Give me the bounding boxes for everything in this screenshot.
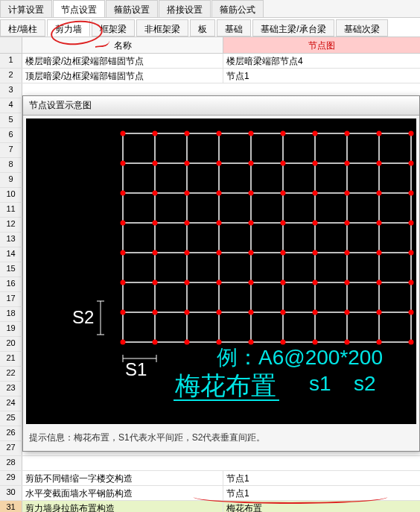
svg-point-51 xyxy=(217,221,222,226)
cell-name[interactable]: 剪力墙身拉筋布置构造 xyxy=(22,501,223,512)
svg-point-40 xyxy=(185,191,190,196)
row-num: 4 xyxy=(0,98,22,113)
grid-header: 名称 节点图 xyxy=(0,37,420,54)
cell-image[interactable]: 节点1 xyxy=(223,69,420,83)
col-header-image[interactable]: 节点图 xyxy=(223,37,420,53)
tab-foundation-secondary[interactable]: 基础次梁 xyxy=(336,19,388,37)
svg-point-64 xyxy=(313,250,318,256)
label-s1-lower: s1 xyxy=(309,372,331,395)
cell-image[interactable]: 节点1 xyxy=(223,486,420,500)
node-diagram-svg: S2 S1 例：A6@200*200 s1 s2 梅花布置 xyxy=(26,118,418,424)
tab-lap-settings[interactable]: 搭接设置 xyxy=(159,0,211,17)
svg-point-39 xyxy=(153,191,158,196)
row-num: 20 xyxy=(0,337,22,351)
diagram-canvas: S2 S1 例：A6@200*200 s1 s2 梅花布置 xyxy=(26,118,416,424)
cell-name[interactable]: 剪筋不同错缩一字楼交构造 xyxy=(22,471,223,485)
svg-point-47 xyxy=(409,191,414,196)
svg-point-46 xyxy=(377,191,382,196)
cell-image[interactable]: 节点1 xyxy=(223,471,420,485)
cell-name[interactable]: 顶层暗梁/边框梁端部锚固节点 xyxy=(22,69,223,83)
table-row[interactable]: 29剪筋不同错缩一字楼交构造节点1 xyxy=(0,471,420,486)
main-tabs: 计算设置 节点设置 箍筋设置 搭接设置 箍筋公式 xyxy=(0,0,420,18)
row-num: 14 xyxy=(0,247,22,262)
svg-point-45 xyxy=(345,191,350,196)
row-num: 30 xyxy=(0,486,22,500)
row-num: 18 xyxy=(0,307,22,321)
svg-point-88 xyxy=(121,340,126,345)
svg-point-37 xyxy=(409,161,414,166)
row-num: 9 xyxy=(0,173,22,187)
svg-point-74 xyxy=(313,280,318,285)
svg-point-53 xyxy=(281,221,286,226)
svg-point-90 xyxy=(185,340,190,345)
svg-point-24 xyxy=(313,131,318,136)
svg-point-92 xyxy=(249,340,254,345)
svg-point-82 xyxy=(249,310,254,315)
row-num: 8 xyxy=(0,158,22,172)
svg-point-59 xyxy=(153,250,158,256)
svg-point-44 xyxy=(313,191,318,196)
svg-point-60 xyxy=(185,250,190,256)
table-row[interactable]: 31剪力墙身拉筋布置构造梅花布置 xyxy=(0,501,420,512)
svg-point-63 xyxy=(281,250,286,256)
svg-point-22 xyxy=(249,131,254,136)
svg-point-43 xyxy=(281,191,286,196)
table-row-empty[interactable]: 28 xyxy=(0,456,420,471)
row-num: 6 xyxy=(0,128,22,142)
table-row[interactable]: 1 楼层暗梁/边框梁端部锚固节点 楼层暗梁端部节点4 xyxy=(0,54,420,69)
tab-foundation-beam[interactable]: 基础主梁/承台梁 xyxy=(252,19,334,37)
svg-point-27 xyxy=(409,131,414,136)
row-num: 13 xyxy=(0,233,22,247)
svg-point-83 xyxy=(281,310,286,315)
row-num: 27 xyxy=(0,441,22,455)
tab-slab[interactable]: 板 xyxy=(190,19,215,37)
svg-point-50 xyxy=(185,221,190,226)
row-num: 1 xyxy=(0,54,22,68)
tab-shear-wall[interactable]: 剪力墙 xyxy=(47,19,90,37)
row-num: 29 xyxy=(0,471,22,485)
svg-point-38 xyxy=(121,191,126,196)
svg-point-86 xyxy=(377,310,382,315)
label-s1: S1 xyxy=(125,359,147,379)
row-num: 11 xyxy=(0,203,22,217)
svg-point-65 xyxy=(345,250,350,256)
row-num: 31 xyxy=(0,501,22,512)
table-row[interactable]: 30水平变截面墙水平钢筋构造节点1 xyxy=(0,486,420,501)
table-row[interactable]: 2 顶层暗梁/边框梁端部锚固节点 节点1 xyxy=(0,69,420,83)
label-s2: S2 xyxy=(72,307,94,327)
tab-stirrup-formula[interactable]: 箍筋公式 xyxy=(211,0,264,17)
sub-tabs: 柱/墙柱 剪力墙 框架梁 非框架梁 板 基础 基础主梁/承台梁 基础次梁 xyxy=(0,18,420,37)
svg-point-31 xyxy=(217,161,222,166)
svg-point-29 xyxy=(153,161,158,166)
svg-point-75 xyxy=(345,280,350,285)
svg-point-30 xyxy=(185,161,190,166)
col-header-name[interactable]: 名称 xyxy=(22,37,223,53)
cell-image[interactable]: 梅花布置 xyxy=(223,501,420,512)
svg-point-73 xyxy=(281,280,286,285)
svg-point-70 xyxy=(185,280,190,285)
tab-calc-settings[interactable]: 计算设置 xyxy=(0,0,52,17)
svg-point-35 xyxy=(345,161,350,166)
tab-nonframe-beam[interactable]: 非框架梁 xyxy=(136,19,188,37)
svg-point-94 xyxy=(313,340,318,345)
cell-image[interactable]: 楼层暗梁端部节点4 xyxy=(223,54,420,68)
tab-frame-beam[interactable]: 框架梁 xyxy=(92,19,135,37)
svg-point-76 xyxy=(377,280,382,285)
svg-point-19 xyxy=(153,131,158,136)
svg-point-25 xyxy=(345,131,350,136)
svg-point-20 xyxy=(185,131,190,136)
cell-name[interactable]: 楼层暗梁/边框梁端部锚固节点 xyxy=(22,54,223,68)
cell-name[interactable]: 水平变截面墙水平钢筋构造 xyxy=(22,486,223,500)
svg-point-42 xyxy=(249,191,254,196)
tab-foundation[interactable]: 基础 xyxy=(217,19,251,37)
tab-column[interactable]: 柱/墙柱 xyxy=(0,19,45,37)
svg-point-48 xyxy=(121,221,126,226)
tab-stirrup-settings[interactable]: 箍筋设置 xyxy=(106,0,158,17)
svg-point-66 xyxy=(377,250,382,256)
tab-node-settings[interactable]: 节点设置 xyxy=(53,0,105,17)
label-example: 例：A6@200*200 xyxy=(217,346,383,369)
label-meihua: 梅花布置 xyxy=(174,371,276,399)
svg-point-18 xyxy=(121,131,126,136)
row-num: 23 xyxy=(0,382,22,396)
svg-point-32 xyxy=(249,161,254,166)
